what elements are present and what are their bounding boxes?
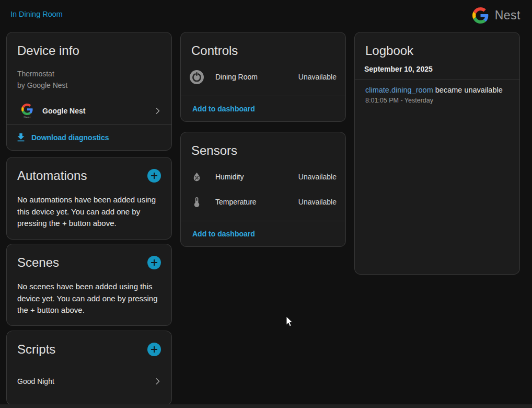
device-info-title: Device info bbox=[17, 43, 79, 59]
integration-caption: Nest bbox=[24, 116, 31, 119]
download-icon bbox=[15, 132, 27, 143]
device-model: Thermostat bbox=[17, 68, 161, 80]
scenes-title: Scenes bbox=[17, 255, 59, 270]
thermostat-icon bbox=[189, 70, 204, 84]
chevron-right-icon bbox=[153, 106, 163, 116]
mouse-cursor bbox=[286, 316, 294, 330]
thermometer-icon bbox=[189, 196, 204, 208]
scenes-card: Scenes No scenes have been added using t… bbox=[6, 244, 172, 326]
script-row-good-night[interactable]: Good Night bbox=[7, 369, 171, 394]
nest-integration-logo-icon: Nest bbox=[19, 104, 35, 119]
add-script-button[interactable] bbox=[147, 343, 161, 356]
entity-name: Temperature bbox=[215, 198, 298, 206]
automations-empty-text: No automations have been added using thi… bbox=[17, 194, 161, 230]
brand-header: Nest bbox=[472, 5, 521, 25]
scripts-title: Scripts bbox=[17, 342, 55, 357]
bottom-strip bbox=[0, 404, 532, 408]
entity-state: Unavailable bbox=[298, 173, 337, 181]
integration-row[interactable]: Nest Google Nest bbox=[7, 97, 171, 124]
scenes-empty-text: No scenes have been added using this dev… bbox=[17, 281, 161, 316]
download-diagnostics-link[interactable]: Download diagnostics bbox=[7, 132, 109, 143]
entity-name: Dining Room bbox=[215, 73, 298, 81]
add-scene-button[interactable] bbox=[147, 256, 161, 269]
logbook-entry: climate.dining_room became unavailable 8… bbox=[355, 80, 519, 104]
integration-name: Google Nest bbox=[42, 107, 153, 115]
script-name: Good Night bbox=[17, 377, 153, 386]
scripts-card: Scripts Good Night bbox=[6, 331, 172, 405]
device-page: In Dining Room Nest Device info Thermost… bbox=[0, 0, 532, 408]
logbook-event-text: became unavailable bbox=[435, 86, 503, 94]
logbook-entry-time: 8:01:05 PM - Yesterday bbox=[365, 97, 509, 104]
sensors-add-to-dashboard-link[interactable]: Add to dashboard bbox=[181, 230, 255, 238]
automations-card: Automations No automations have been add… bbox=[6, 157, 172, 240]
google-logo-icon bbox=[472, 7, 489, 24]
logbook-title: Logbook bbox=[365, 43, 413, 59]
entity-row-humidity[interactable]: Humidity Unavailable bbox=[181, 164, 345, 189]
sensors-title: Sensors bbox=[191, 143, 237, 158]
area-link[interactable]: In Dining Room bbox=[10, 10, 63, 18]
entity-row-dining-room[interactable]: Dining Room Unavailable bbox=[181, 64, 345, 89]
controls-add-to-dashboard-link[interactable]: Add to dashboard bbox=[181, 105, 255, 113]
entity-state: Unavailable bbox=[298, 73, 337, 81]
entity-name: Humidity bbox=[215, 173, 298, 181]
device-manufacturer: by Google Nest bbox=[17, 80, 161, 91]
controls-card: Controls Dining Room Unavailable Add to … bbox=[180, 32, 346, 122]
logbook-entity-link[interactable]: climate.dining_room bbox=[365, 86, 433, 94]
chevron-right-icon bbox=[153, 376, 163, 387]
humidity-icon bbox=[189, 171, 204, 183]
automations-title: Automations bbox=[17, 168, 87, 184]
device-info-card: Device info Thermostat by Google Nest Ne… bbox=[6, 32, 172, 151]
add-automation-button[interactable] bbox=[147, 169, 161, 183]
logbook-card: Logbook September 10, 2025 climate.dinin… bbox=[354, 32, 520, 275]
entity-row-temperature[interactable]: Temperature Unavailable bbox=[181, 189, 345, 214]
brand-name: Nest bbox=[495, 8, 521, 22]
logbook-date: September 10, 2025 bbox=[364, 65, 510, 73]
sensors-card: Sensors Humidity Unavailable bbox=[180, 132, 346, 247]
controls-title: Controls bbox=[191, 43, 238, 59]
entity-state: Unavailable bbox=[298, 198, 337, 206]
